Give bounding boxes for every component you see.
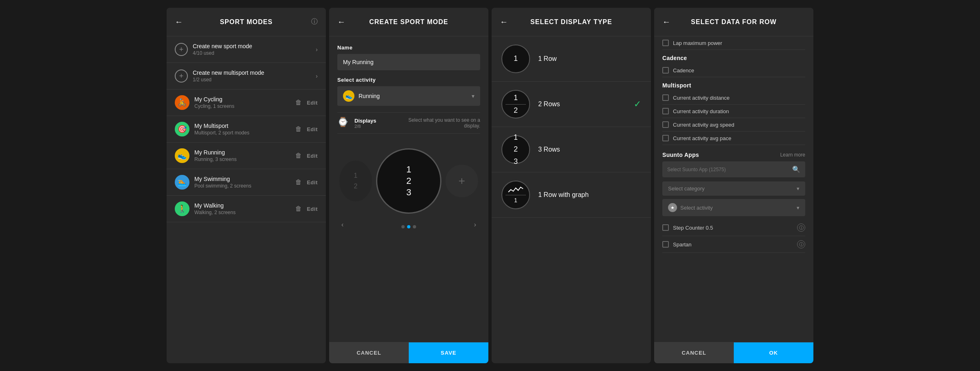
chevron-right-icon-multi: › [316, 73, 318, 79]
multisport-text: My Multisport Multisport, 2 sport modes [194, 123, 290, 136]
create-sport-form: Name Select activity 👟 Running ▾ ⌚ Displ… [329, 36, 488, 342]
panel2-header: ← CREATE SPORT MODE [329, 8, 488, 36]
ok-button[interactable]: OK [734, 342, 813, 363]
checkbox-curr-pace[interactable] [662, 135, 669, 141]
select-display-type-panel: ← SELECT DISPLAY TYPE 1 1 Row 1 2 2 Rows… [492, 8, 651, 363]
panel3-title: SELECT DISPLAY TYPE [530, 18, 612, 26]
category-placeholder: Select category [668, 186, 705, 192]
displays-section: ⌚ Displays 2/8 Select what you want to s… [337, 112, 480, 134]
carousel-prev-arrow[interactable]: ‹ [341, 221, 343, 228]
suunto-apps-label: Suunto Apps [662, 152, 699, 158]
cancel-button[interactable]: CANCEL [329, 342, 409, 363]
cancel-button[interactable]: CANCEL [654, 342, 734, 363]
activity-selected: Running [359, 93, 468, 99]
list-item: Current activity avg speed [662, 118, 805, 132]
watch-icon: ⌚ [337, 117, 350, 129]
panel4-back-arrow[interactable]: ← [662, 17, 670, 27]
cycling-text: My Cycling Cycling, 1 screens [194, 96, 290, 109]
display-option-3rows[interactable]: 1 2 3 3 Rows [492, 127, 651, 172]
graph-divider [506, 195, 526, 195]
edit-running-button[interactable]: Edit [307, 153, 318, 159]
display-option-1row[interactable]: 1 1 Row [492, 36, 651, 82]
delete-multisport-icon[interactable]: 🗑 [295, 125, 302, 133]
cycling-icon: 🚴 [175, 95, 189, 110]
info-icon[interactable]: ⓘ [311, 18, 318, 26]
display-option-graph[interactable]: 1 1 Row with graph [492, 172, 651, 218]
displays-info: Displays 2/8 [354, 118, 402, 129]
checkbox-step-counter[interactable] [662, 224, 669, 231]
category-dropdown[interactable]: Select category ▾ [662, 181, 805, 196]
panel2-back-arrow[interactable]: ← [337, 17, 345, 27]
panel2-footer: CANCEL SAVE [329, 342, 488, 363]
display-label-3rows: 3 Rows [538, 146, 641, 153]
edit-cycling-button[interactable]: Edit [307, 100, 318, 106]
dot-2 [407, 225, 410, 228]
edit-multisport-button[interactable]: Edit [307, 126, 318, 132]
display-option-2rows[interactable]: 1 2 2 Rows ✓ [492, 82, 651, 127]
delete-cycling-icon[interactable]: 🗑 [295, 99, 302, 106]
display-watch-1row: 1 [501, 45, 530, 73]
activity-select-dropdown[interactable]: ★ Select activity ▾ [662, 199, 805, 216]
delete-swimming-icon[interactable]: 🗑 [295, 179, 302, 186]
panel2-title: CREATE SPORT MODE [369, 18, 448, 26]
suunto-apps-header: Suunto Apps Learn more [662, 148, 805, 161]
spartan-label: Spartan [673, 241, 793, 248]
checkbox-cadence[interactable] [662, 67, 669, 74]
multisport-icon: 🎯 [175, 122, 189, 136]
name-input[interactable] [337, 54, 480, 70]
watch-face-main[interactable]: 1 2 3 [376, 148, 441, 214]
create-multisport-title: Create new multisport mode [193, 69, 311, 76]
swimming-text: My Swimming Pool swimming, 2 screens [194, 176, 290, 189]
swimming-sub: Pool swimming, 2 screens [194, 183, 290, 189]
suunto-search-input[interactable] [667, 167, 789, 172]
create-sport-mode-panel: ← CREATE SPORT MODE Name Select activity… [329, 8, 488, 363]
side-numbers-left: 1 2 [354, 172, 358, 190]
select-data-panel: ← SELECT DATA FOR ROW Lap maximum power … [654, 8, 813, 363]
walking-actions: 🗑 Edit [295, 205, 318, 212]
list-item: Step Counter 0.5 ⓘ [662, 219, 805, 236]
checkbox-curr-dur[interactable] [662, 108, 669, 114]
create-sport-mode-item[interactable]: + Create new sport mode 4/10 used › [167, 36, 326, 63]
watch-row-1: 1 [406, 165, 411, 174]
checkbox-spartan[interactable] [662, 241, 669, 248]
edit-walking-button[interactable]: Edit [307, 206, 318, 212]
panel3-back-arrow[interactable]: ← [500, 17, 508, 27]
save-button[interactable]: SAVE [409, 342, 488, 363]
chevron-right-icon: › [316, 46, 318, 53]
checkbox-curr-speed[interactable] [662, 121, 669, 128]
add-display-button[interactable]: + [445, 165, 478, 197]
step-counter-label: Step Counter 0.5 [673, 225, 793, 231]
create-multisport-item[interactable]: + Create new multisport mode 1/2 used › [167, 63, 326, 89]
panel1-back-arrow[interactable]: ← [175, 17, 183, 27]
spartan-info-icon[interactable]: ⓘ [797, 240, 805, 248]
activity-dropdown[interactable]: 👟 Running ▾ [337, 86, 480, 106]
chevron-down-icon: ▾ [472, 93, 474, 99]
panel1-title: SPORT MODES [220, 18, 272, 26]
list-item: 👟 My Running Running, 3 screens 🗑 Edit [167, 143, 326, 169]
label-curr-dur: Current activity duration [673, 108, 805, 114]
create-sport-sub: 4/10 used [193, 50, 311, 56]
panel4-header: ← SELECT DATA FOR ROW [654, 8, 813, 36]
graph-svg [508, 186, 524, 194]
search-icon: 🔍 [792, 165, 800, 173]
carousel-next-arrow[interactable]: › [474, 221, 476, 228]
create-sport-text: Create new sport mode 4/10 used [193, 43, 311, 56]
label-lap-power: Lap maximum power [673, 40, 805, 46]
swimming-title: My Swimming [194, 176, 290, 182]
panel4-footer: CANCEL OK [654, 342, 813, 363]
cycling-sub: Cycling, 1 screens [194, 103, 290, 109]
display-watch-2rows: 1 2 [501, 90, 530, 118]
panel3-header: ← SELECT DISPLAY TYPE [492, 8, 651, 36]
display-type-list: 1 1 Row 1 2 2 Rows ✓ 1 2 3 3 Rows [492, 36, 651, 363]
checkbox-lap-power[interactable] [662, 40, 669, 46]
watch-face-left: 1 2 [339, 161, 372, 201]
edit-swimming-button[interactable]: Edit [307, 179, 318, 186]
running-actions: 🗑 Edit [295, 152, 318, 159]
label-curr-dist: Current activity distance [673, 95, 805, 101]
delete-running-icon[interactable]: 🗑 [295, 152, 302, 159]
step-counter-info-icon[interactable]: ⓘ [797, 223, 805, 232]
checkbox-curr-dist[interactable] [662, 94, 669, 101]
learn-more-link[interactable]: Learn more [780, 152, 805, 158]
carousel-dots [337, 225, 480, 228]
delete-walking-icon[interactable]: 🗑 [295, 205, 302, 212]
